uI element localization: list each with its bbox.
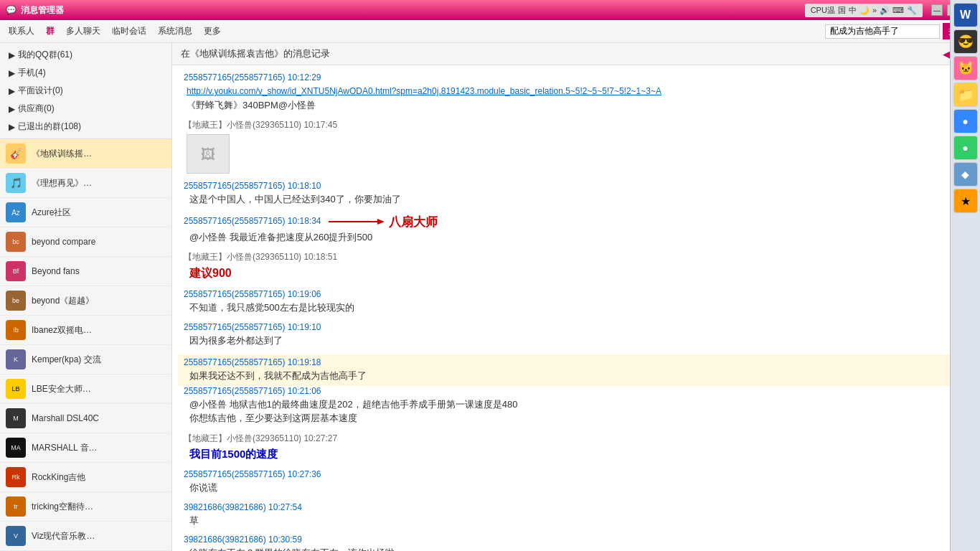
avatar: M xyxy=(6,408,26,428)
expand-icon2: ▶ xyxy=(9,68,15,78)
expand-icon5: ▶ xyxy=(9,122,15,132)
list-item[interactable]: Az Azure社区 xyxy=(0,198,171,227)
item-name: Azure社区 xyxy=(32,207,71,219)
dock-icon-orange[interactable]: ★ xyxy=(953,189,978,213)
svg-marker-1 xyxy=(377,219,385,225)
chat-message: 2558577165(2558577165) 10:12:29 http://v… xyxy=(184,72,969,112)
dock-icon-green[interactable]: ● xyxy=(953,136,978,160)
lang-icon: 中 xyxy=(849,5,857,16)
search-input[interactable] xyxy=(825,24,940,39)
msg-link[interactable]: http://v.youku.com/v_show/id_XNTU5NjAwOD… xyxy=(187,86,661,96)
dock-icon-blue[interactable]: ● xyxy=(953,109,978,133)
list-item[interactable]: Ib Ibanez双摇电… xyxy=(0,316,171,345)
msg-body: 🖼 xyxy=(184,134,969,174)
group-exited[interactable]: ▶ 已退出的群(108) xyxy=(6,118,166,136)
group-my-qq[interactable]: ▶ 我的QQ群(61) xyxy=(6,46,166,64)
group-design[interactable]: ▶ 平面设计(0) xyxy=(6,82,166,100)
item-name: Marshall DSL40C xyxy=(32,413,99,423)
msg-text: 我目前1500的速度 xyxy=(189,448,278,460)
msg-header: 2558577165(2558577165) 10:19:10 xyxy=(184,322,969,332)
msg-text-2: 你想练吉他，至少要达到这两层基本速度 xyxy=(189,413,357,423)
title-bar-left: 💬 消息管理器 xyxy=(6,4,64,17)
dock-icon-diamond[interactable]: ◆ xyxy=(953,162,978,187)
avatar: Az xyxy=(6,202,26,222)
annotation-text: 八扇大师 xyxy=(389,214,438,230)
avatar: 🎵 xyxy=(6,173,26,193)
side-dock: W 😎 🐱 📁 ● ● ◆ ★ xyxy=(950,0,980,551)
msg-header: 【地藏王】小怪兽(329365110) 10:17:45 xyxy=(184,119,969,131)
item-name: RockKing吉他 xyxy=(32,471,85,484)
list-item[interactable]: Bf Beyond fans xyxy=(0,257,171,286)
group-supplier[interactable]: ▶ 供应商(0) xyxy=(6,100,166,118)
settings-icon: 🔧 xyxy=(907,6,917,15)
list-item[interactable]: be beyond《超越》 xyxy=(0,286,171,316)
cpu-area: CPU温 国 中 🌙 » 🔊 ⌨ 🔧 xyxy=(805,4,923,17)
msg-body: 你说谎 xyxy=(184,481,969,495)
group-phone[interactable]: ▶ 手机(4) xyxy=(6,64,166,82)
chat-message: 2558577165(2558577165) 10:18:34 八扇大师 @小怪… xyxy=(184,214,969,245)
expand-icon4: ▶ xyxy=(9,104,15,114)
main-container: ▶ 我的QQ群(61) ▶ 手机(4) ▶ 平面设计(0) ▶ 供应商(0) ▶… xyxy=(0,43,980,551)
sidebar: ▶ 我的QQ群(61) ▶ 手机(4) ▶ 平面设计(0) ▶ 供应商(0) ▶… xyxy=(0,43,172,551)
minimize-button[interactable]: — xyxy=(931,4,943,16)
avatar: Ib xyxy=(6,320,26,340)
nav-temp-chat[interactable]: 临时会话 xyxy=(112,25,146,37)
sidebar-groups: ▶ 我的QQ群(61) ▶ 手机(4) ▶ 平面设计(0) ▶ 供应商(0) ▶… xyxy=(0,43,171,139)
msg-header: 39821686(39821686) 10:27:54 xyxy=(184,502,969,512)
list-item[interactable]: bc beyond compare xyxy=(0,227,171,257)
nav-groups[interactable]: 群 xyxy=(46,25,55,37)
avatar: tr xyxy=(6,496,26,517)
msg-body: 建议900 xyxy=(184,265,969,282)
list-item[interactable]: 🎸 《地狱训练摇… xyxy=(0,139,171,169)
nav-system-msg[interactable]: 系统消息 xyxy=(158,25,192,37)
msg-body: @小怪兽 地狱吉他1的最终曲速度是202，超绝吉他手养成手册第一课速度是480 … xyxy=(184,397,969,425)
dock-icon-word[interactable]: W xyxy=(953,3,978,27)
list-item[interactable]: tr tricking空翻待… xyxy=(0,492,171,522)
item-name: tricking空翻待… xyxy=(32,501,93,513)
list-item[interactable]: V Viz现代音乐教… xyxy=(0,522,171,551)
item-name: Viz现代音乐教… xyxy=(32,530,95,542)
msg-header: 2558577165(2558577165) 10:21:06 xyxy=(184,386,969,396)
msg-body: 因为很多老外都达到了 xyxy=(184,334,969,348)
chat-message: 2558577165(2558577165) 10:21:06 @小怪兽 地狱吉… xyxy=(184,386,969,425)
nav-multi-chat[interactable]: 多人聊天 xyxy=(66,25,100,37)
list-item[interactable]: M Marshall DSL40C xyxy=(0,404,171,433)
list-item[interactable]: 🎵 《理想再见》… xyxy=(0,169,171,198)
dock-icon-sunglasses[interactable]: 😎 xyxy=(953,29,978,54)
msg-header: 2558577165(2558577165) 10:18:34 xyxy=(184,216,321,226)
msg-text: 你说谎 xyxy=(189,482,217,493)
right-panel: 在《地狱训练摇袁吉他》的消息记录 ◀ 返回 2558577165(2558577… xyxy=(172,43,980,551)
arrow-icon: » xyxy=(872,6,877,14)
chat-message-highlighted: 2558577165(2558577165) 10:19:18 如果我还达不到，… xyxy=(178,354,974,386)
msg-text: 建议900 xyxy=(189,267,232,279)
msg-body: 草 xyxy=(184,514,969,528)
list-item[interactable]: Rk RockKing吉他 xyxy=(0,463,171,492)
dock-icon-folder[interactable]: 📁 xyxy=(953,83,978,107)
item-name: Ibanez双摇电… xyxy=(32,324,92,336)
app-title: 消息管理器 xyxy=(21,4,64,17)
top-nav: 联系人 群 多人聊天 临时会话 系统消息 更多 搜索 xyxy=(0,20,980,43)
title-bar: 💬 消息管理器 CPU温 国 中 🌙 » 🔊 ⌨ 🔧 — □ ✕ xyxy=(0,0,980,20)
list-item[interactable]: MA MARSHALL 音… xyxy=(0,433,171,463)
nav-contacts[interactable]: 联系人 xyxy=(9,25,34,37)
chat-content[interactable]: 2558577165(2558577165) 10:12:29 http://v… xyxy=(172,65,980,551)
cpu-label: CPU温 xyxy=(811,5,835,16)
item-name: MARSHALL 音… xyxy=(32,442,98,454)
list-item[interactable]: K Kemper(kpa) 交流 xyxy=(0,345,171,375)
item-name: beyond compare xyxy=(32,237,95,247)
record-title: 在《地狱训练摇袁吉他》的消息记录 xyxy=(181,47,330,60)
msg-header: 2558577165(2558577165) 10:19:06 xyxy=(184,289,969,299)
list-item[interactable]: LB LBE安全大师… xyxy=(0,375,171,404)
avatar: V xyxy=(6,526,26,546)
msg-text: @小怪兽 地狱吉他1的最终曲速度是202，超绝吉他手养成手册第一课速度是480 xyxy=(189,399,517,410)
dock-icon-cat[interactable]: 🐱 xyxy=(953,56,978,80)
item-name: 《理想再见》… xyxy=(32,177,92,189)
msg-text: 徐晓东在不在？群里的徐晓东在不在，该你出场啦 xyxy=(189,547,395,551)
nav-more[interactable]: 更多 xyxy=(204,25,221,37)
chat-message: 【地藏王】小怪兽(329365110) 10:17:45 🖼 xyxy=(184,119,969,174)
msg-body: 不知道，我只感觉500左右是比较现实的 xyxy=(184,301,969,315)
moon-icon: 🌙 xyxy=(859,6,870,15)
chat-message: 2558577165(2558577165) 10:27:36 你说谎 xyxy=(184,469,969,495)
msg-header: 2558577165(2558577165) 10:18:10 xyxy=(184,181,969,191)
avatar: bc xyxy=(6,232,26,252)
